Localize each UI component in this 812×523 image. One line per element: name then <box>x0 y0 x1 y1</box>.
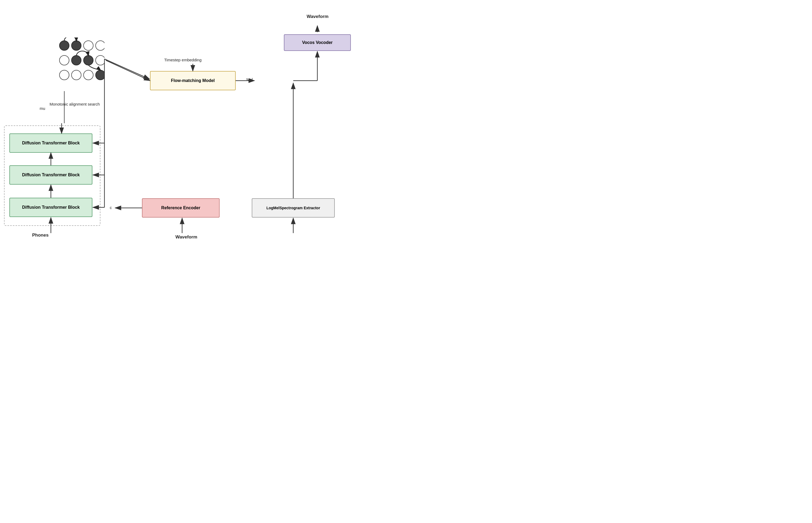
mu-label: mu <box>40 106 45 111</box>
svg-point-6 <box>84 55 93 65</box>
diagram-container: Diffusion Transformer Block Diffusion Tr… <box>0 0 406 262</box>
svg-point-2 <box>84 41 93 50</box>
phones-label: Phones <box>32 233 49 238</box>
flow-model-label: Flow-matching Model <box>171 78 215 83</box>
svg-point-4 <box>59 55 69 65</box>
svg-point-7 <box>96 55 105 65</box>
svg-point-10 <box>84 70 93 80</box>
mel-label: Mel <box>246 77 253 82</box>
svg-point-8 <box>59 70 69 80</box>
svg-point-3 <box>96 41 105 50</box>
svg-point-0 <box>59 41 69 50</box>
dtb2-box: Diffusion Transformer Block <box>10 165 92 185</box>
waveform-top-label: Waveform <box>307 14 329 19</box>
timestep-label: Timestep embedding <box>164 58 202 62</box>
svg-point-9 <box>72 70 81 80</box>
flow-model-box: Flow-matching Model <box>150 71 236 90</box>
svg-point-1 <box>72 41 81 50</box>
dtb1-box: Diffusion Transformer Block <box>10 133 92 153</box>
waveform-bottom-label: Waveform <box>176 234 197 240</box>
ref-encoder-label: Reference Encoder <box>161 205 200 210</box>
dtb3-box: Diffusion Transformer Block <box>10 198 92 217</box>
dtb3-label: Diffusion Transformer Block <box>22 205 79 210</box>
vocoder-box: Vocos Vocoder <box>284 34 351 51</box>
dtb2-label: Diffusion Transformer Block <box>22 173 79 177</box>
c-label: c <box>110 205 112 210</box>
svg-line-25 <box>106 60 150 80</box>
dtb1-label: Diffusion Transformer Block <box>22 141 79 145</box>
mas-diagram <box>45 37 105 96</box>
svg-point-5 <box>72 55 81 65</box>
ref-encoder-box: Reference Encoder <box>142 198 220 218</box>
logmel-label: LogMelSpectrogram Extractor <box>266 206 320 210</box>
mas-label: Monotonic alignment search <box>50 102 100 106</box>
svg-point-11 <box>96 70 105 80</box>
svg-line-27 <box>105 59 149 79</box>
logmel-box: LogMelSpectrogram Extractor <box>252 198 335 218</box>
vocoder-label: Vocos Vocoder <box>302 40 333 45</box>
